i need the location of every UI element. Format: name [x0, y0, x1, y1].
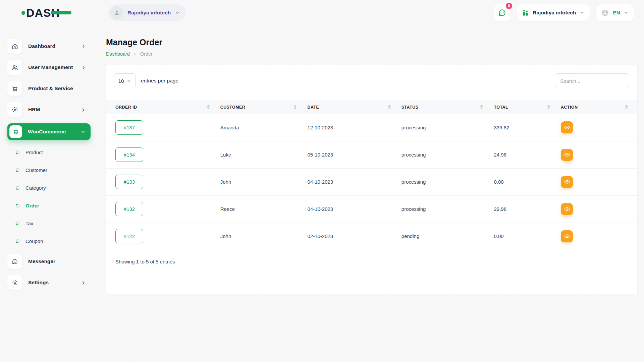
chevron-right-icon — [81, 107, 86, 112]
sidebar-subitem-product[interactable]: Product — [7, 143, 95, 161]
sidebar-item-settings[interactable]: Settings — [7, 275, 90, 290]
eye-icon — [564, 124, 570, 131]
chevron-right-icon — [81, 280, 86, 285]
order-id-badge[interactable]: #137 — [115, 120, 143, 135]
sidebar-subitem-order[interactable]: Order — [7, 197, 95, 215]
sidebar-item-label: HRM — [28, 107, 81, 113]
search-input[interactable] — [555, 73, 629, 88]
sidebar-item-product-service[interactable]: Product & Service — [7, 81, 90, 96]
order-id-badge[interactable]: #133 — [115, 175, 143, 189]
sidebar-item-messenger[interactable]: Messenger — [7, 254, 90, 269]
view-order-button[interactable] — [561, 230, 573, 242]
customer-cell: Reece — [215, 195, 302, 223]
breadcrumb-current: Order — [140, 51, 153, 57]
sidebar-item-label: Messenger — [28, 258, 90, 264]
sidebar-item-label: User Management — [28, 64, 81, 70]
column-header-date[interactable]: DATE — [302, 100, 396, 114]
chat-icon — [498, 8, 506, 17]
chevron-down-icon — [127, 79, 131, 83]
sidebar-subitem-category[interactable]: Category — [7, 179, 95, 197]
total-cell: 339.82 — [488, 114, 555, 141]
sidebar-subitem-label: Coupon — [25, 238, 43, 244]
workspace-name: Rajodiya infotech — [127, 10, 171, 16]
view-order-button[interactable] — [561, 149, 573, 161]
table-row: #137 Amanda 12-10-2023 processing 339.82 — [106, 114, 637, 141]
view-order-button[interactable] — [561, 176, 573, 188]
order-id-badge[interactable]: #132 — [115, 202, 143, 216]
sort-icon[interactable] — [388, 105, 391, 109]
language-label: EN — [613, 10, 620, 16]
sidebar: Dashboard User Management Product & Serv… — [0, 25, 95, 362]
total-cell: 0.00 — [488, 223, 555, 250]
customer-cell: John — [215, 223, 302, 250]
column-header-customer[interactable]: CUSTOMER — [215, 100, 302, 114]
language-menu[interactable]: EN — [596, 4, 634, 21]
bullet-icon — [15, 203, 20, 208]
bullet-icon — [15, 168, 20, 172]
view-order-button[interactable] — [561, 203, 573, 215]
sidebar-subitem-label: Tax — [25, 221, 33, 226]
topbar: DASH Rajodiya infotech 0 — [0, 0, 644, 25]
messages-badge: 0 — [505, 2, 513, 10]
chat-bubble-icon — [7, 254, 22, 269]
order-id-badge[interactable]: #134 — [115, 147, 143, 162]
sidebar-item-label: Settings — [28, 280, 81, 286]
person-icon — [113, 9, 120, 16]
entries-per-page-label: entries per page — [141, 78, 178, 84]
messages-button[interactable]: 0 — [494, 4, 511, 21]
total-cell: 24.98 — [488, 141, 555, 168]
date-cell: 12-10-2023 — [302, 114, 396, 141]
sidebar-item-dashboard[interactable]: Dashboard — [7, 39, 90, 54]
column-header-action[interactable]: ACTION — [555, 100, 637, 114]
column-header-total[interactable]: TOTAL — [488, 100, 555, 114]
sidebar-subitem-customer[interactable]: Customer — [7, 161, 95, 179]
column-header-order-id[interactable]: ORDER ID — [106, 100, 215, 114]
customer-cell: Amanda — [215, 114, 302, 141]
sidebar-item-label: Dashboard — [28, 43, 81, 49]
sidebar-subitem-coupon[interactable]: Coupon — [7, 232, 95, 250]
breadcrumb-dashboard-link[interactable]: Dashboard — [106, 51, 130, 57]
date-cell: 02-10-2023 — [302, 223, 396, 250]
app-logo[interactable]: DASH — [21, 7, 60, 18]
customer-cell: John — [215, 168, 302, 195]
sidebar-subitem-label: Order — [25, 203, 39, 208]
chevron-down-icon — [175, 10, 180, 15]
status-cell: processing — [396, 168, 489, 195]
eye-icon — [564, 233, 570, 239]
home-icon — [7, 39, 22, 54]
company-grid-icon — [522, 9, 529, 16]
globe-icon — [601, 9, 609, 17]
sort-icon[interactable] — [480, 105, 483, 109]
sidebar-subitem-label: Product — [25, 149, 43, 155]
gear-icon — [7, 275, 22, 290]
workspace-switcher[interactable]: Rajodiya infotech — [108, 4, 186, 21]
page-size-value: 10 — [118, 78, 124, 84]
order-id-badge[interactable]: #122 — [115, 229, 143, 243]
sidebar-subitem-label: Category — [25, 185, 46, 191]
sort-icon[interactable] — [294, 105, 297, 109]
orders-card: 10 entries per page ORDER ID CUSTOMER DA… — [106, 65, 637, 294]
main-content: Manage Order Dashboard › Order 10 entrie… — [95, 25, 644, 362]
eye-icon — [564, 179, 570, 185]
page-title: Manage Order — [106, 38, 637, 47]
date-cell: 05-10-2023 — [302, 141, 396, 168]
cart-icon — [7, 81, 22, 96]
customer-cell: Luke — [215, 141, 302, 168]
sidebar-item-woocommerce[interactable]: WooCommerce — [7, 123, 91, 140]
sort-icon[interactable] — [547, 105, 550, 109]
sidebar-item-user-management[interactable]: User Management — [7, 60, 90, 75]
column-header-status[interactable]: STATUS — [396, 100, 489, 114]
sidebar-item-hrm[interactable]: HRM — [7, 102, 90, 117]
status-cell: processing — [396, 141, 489, 168]
total-cell: 29.98 — [488, 195, 555, 223]
sidebar-subitem-tax[interactable]: Tax — [7, 215, 95, 232]
sidebar-item-label: Product & Service — [28, 85, 90, 92]
company-menu[interactable]: Rajodiya infotech — [517, 4, 590, 21]
view-order-button[interactable] — [561, 121, 573, 133]
page-size-select[interactable]: 10 — [114, 73, 136, 88]
sort-icon[interactable] — [625, 105, 628, 109]
sort-icon[interactable] — [207, 105, 210, 109]
topbar-right: 0 Rajodiya infotech EN — [494, 4, 634, 21]
table-row: #134 Luke 05-10-2023 processing 24.98 — [106, 141, 637, 168]
table-row: #132 Reece 04-10-2023 processing 29.98 — [106, 195, 637, 223]
